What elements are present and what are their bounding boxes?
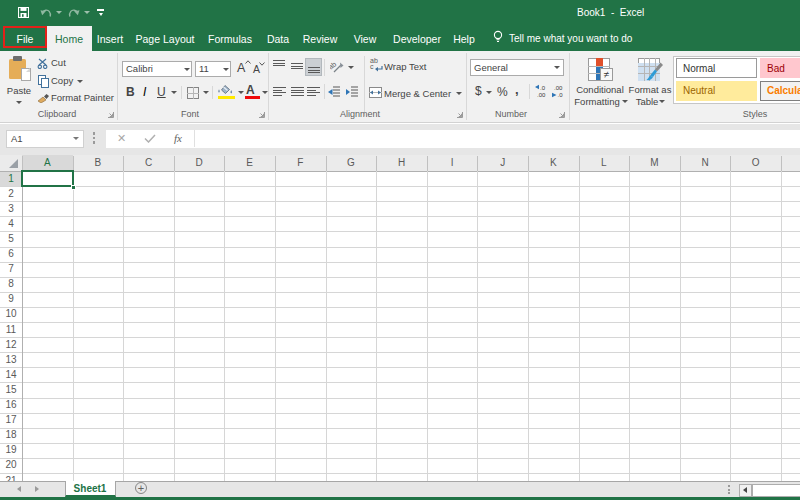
svg-text:.0: .0 [540, 85, 546, 91]
svg-text:.00: .00 [537, 92, 546, 98]
svg-text:.0: .0 [558, 92, 564, 98]
svg-text:.00: .00 [554, 85, 563, 91]
